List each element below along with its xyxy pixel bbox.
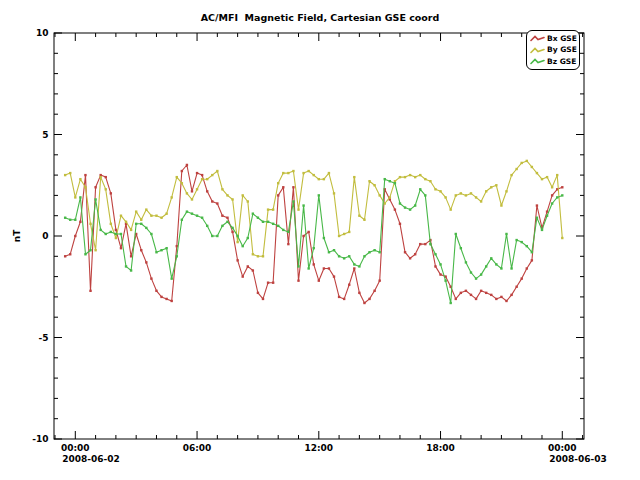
- series-line-bx-gse: [65, 165, 562, 303]
- bx-line-sample-icon: [530, 34, 545, 43]
- svg-text:2008-06-02: 2008-06-02: [62, 454, 120, 464]
- svg-text:-5: -5: [39, 333, 49, 343]
- svg-text:2008-06-03: 2008-06-03: [549, 454, 607, 464]
- axis-ticks: [54, 33, 584, 439]
- svg-text:00:00: 00:00: [548, 443, 577, 453]
- svg-text:06:00: 06:00: [183, 443, 212, 453]
- legend-item-bz: Bz GSE: [530, 56, 578, 67]
- legend-label-bz: Bz GSE: [547, 58, 576, 66]
- magnetic-field-chart: 00:002008-06-0206:0012:0018:0000:002008-…: [0, 0, 640, 480]
- svg-text:-10: -10: [32, 434, 48, 444]
- series-bx-gse: [64, 164, 564, 304]
- legend-item-by: By GSE: [530, 45, 578, 56]
- svg-text:0: 0: [42, 231, 48, 241]
- legend-item-bx: Bx GSE: [530, 33, 578, 44]
- svg-text:18:00: 18:00: [426, 443, 455, 453]
- svg-text:12:00: 12:00: [304, 443, 333, 453]
- legend-box: Bx GSE By GSE Bz GSE: [526, 30, 580, 70]
- legend-label-bx: Bx GSE: [547, 35, 577, 43]
- svg-text:00:00: 00:00: [61, 443, 90, 453]
- svg-text:10: 10: [36, 28, 49, 38]
- series-line-bz-gse: [65, 179, 562, 303]
- plot-window: AC/MFI Magnetic Field, Cartesian GSE coo…: [0, 0, 640, 480]
- bz-line-sample-icon: [530, 57, 545, 66]
- y-axis-label: nT: [12, 229, 22, 242]
- legend-label-by: By GSE: [547, 46, 577, 54]
- svg-text:5: 5: [42, 130, 48, 140]
- plot-box: [54, 33, 584, 439]
- by-line-sample-icon: [530, 46, 545, 55]
